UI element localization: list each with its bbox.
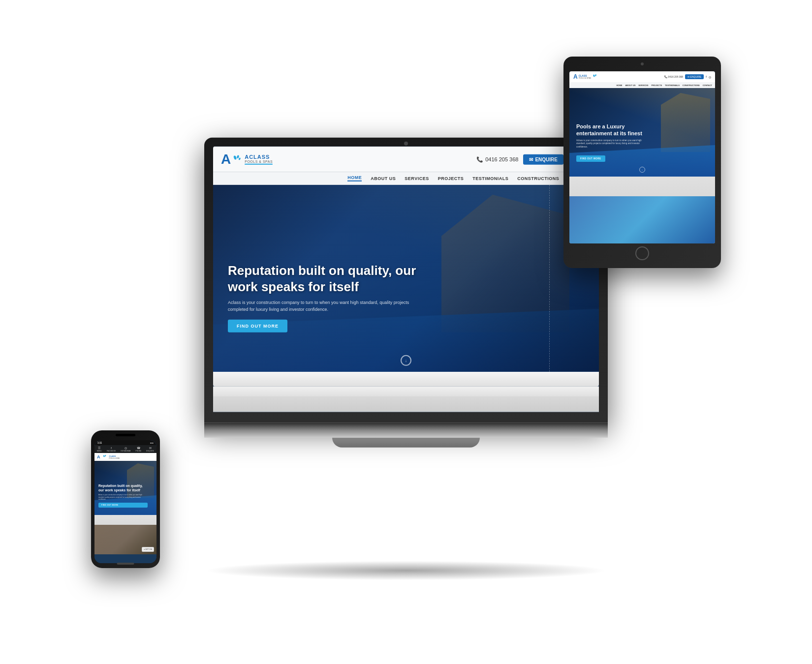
enquire-nav-label: ENQUIRE — [146, 450, 154, 452]
tablet-nav-constructions[interactable]: CONSTRUCTIONS — [683, 84, 700, 87]
tablet-nav: HOME ABOUT US SERVICES PROJECTS TESTIMON… — [569, 82, 715, 88]
phone-nav-phone[interactable]: ☎ PHONE — [135, 446, 141, 452]
scroll-icon: ↓ — [405, 358, 407, 363]
tablet-hero-subtitle: Aclass is your construction company to t… — [576, 139, 650, 149]
svg-point-0 — [233, 155, 237, 160]
phone-nav-icon: ☎ — [137, 446, 140, 450]
tablet-bezel: A CLASS POOLS & SPAS 📞 0416 205 3 — [563, 57, 721, 268]
nav-home[interactable]: HOME — [347, 175, 362, 181]
scroll-indicator[interactable]: ↓ — [401, 355, 411, 366]
tablet-nav-about[interactable]: ABOUT US — [625, 84, 635, 87]
phone-notch — [116, 434, 135, 436]
phone-device: 1:11 ●●● ☰ MENU f FACEBOOK — [91, 430, 160, 578]
nav-services[interactable]: SERVICES — [405, 176, 429, 181]
tablet-facebook[interactable]: f — [706, 75, 707, 78]
tablet-scroll-icon: ↓ — [642, 168, 643, 171]
site-logo: A ACLASS POOLS & SPAS — [221, 152, 273, 166]
phone-logo-drops — [102, 454, 107, 459]
phone-bottom: reCAPTCHA — [94, 515, 156, 554]
tablet-nav-projects[interactable]: PROJECTS — [652, 84, 662, 87]
phone-display: 📞 0416 205 368 — [476, 156, 518, 162]
menu-label: MENU — [97, 450, 102, 452]
monitor-stand-neck — [204, 423, 608, 438]
hero-title: Reputation built on quality, our work sp… — [228, 263, 425, 295]
tablet-phone: 📞 0416 205 368 — [664, 75, 683, 78]
instagram-nav-label: INSTAGRAM — [121, 450, 130, 452]
site-bottom-bar — [213, 387, 599, 412]
menu-icon: ☰ — [98, 446, 100, 450]
phone-text: 0416 205 368 — [485, 156, 518, 162]
phone-nav-instagram[interactable]: ◎ INSTAGRAM — [121, 446, 130, 452]
website-desktop: A ACLASS POOLS & SPAS — [213, 147, 599, 412]
enquire-label: ENQUIRE — [535, 156, 558, 162]
scene: A ACLASS POOLS & SPAS — [62, 37, 750, 627]
svg-point-3 — [593, 74, 595, 77]
tablet-nav-home[interactable]: HOME — [616, 84, 622, 87]
tablet-logo-drops — [592, 74, 598, 80]
phone-status-bar: 1:11 ●●● — [94, 440, 156, 445]
svg-point-5 — [103, 455, 105, 457]
desktop-monitor: A ACLASS POOLS & SPAS — [204, 138, 608, 512]
tablet-device: A CLASS POOLS & SPAS 📞 0416 205 3 — [563, 57, 721, 268]
tablet-logo-letter: A — [573, 73, 578, 80]
logo-drops-icon — [232, 154, 242, 164]
tablet-bottom — [569, 177, 715, 243]
phone-nav-label: PHONE — [135, 450, 141, 452]
tablet-hero-title: Pools are a Luxury entertainment at its … — [576, 123, 655, 137]
tablet-pool-photo — [569, 196, 715, 243]
site-header: A ACLASS POOLS & SPAS — [213, 147, 599, 172]
find-out-button[interactable]: FIND OUT MORE — [228, 320, 287, 332]
phone-nav-facebook[interactable]: f FACEBOOK — [107, 447, 116, 452]
enquire-icon: ✉ — [529, 156, 533, 162]
tablet-nav-testimonials[interactable]: TESTIMONIALS — [665, 84, 680, 87]
monitor-shadow — [204, 561, 608, 580]
facebook-nav-label: FACEBOOK — [107, 450, 116, 452]
phone-nav-menu[interactable]: ☰ MENU — [97, 446, 102, 452]
phone-find-out-btn[interactable]: FIND OUT MORE — [98, 503, 148, 508]
logo-class: ACLASS — [245, 153, 273, 159]
hero-section: Reputation built on quality, our work sp… — [213, 185, 599, 372]
phone-hero-title: Reputation built on quality, our work sp… — [98, 483, 148, 492]
hero-subtitle: Aclass is your construction company to t… — [228, 300, 415, 313]
svg-point-4 — [595, 74, 596, 77]
enquire-nav-icon: ✉ — [149, 446, 152, 450]
svg-point-2 — [238, 157, 241, 160]
tablet-scroll[interactable]: ↓ — [639, 167, 645, 173]
phone-hero: Reputation built on quality, our work sp… — [94, 461, 156, 515]
hero-content: Reputation built on quality, our work sp… — [228, 263, 425, 332]
phone-logo-letter: A — [97, 454, 100, 459]
tablet-building — [661, 93, 710, 152]
facebook-nav-icon: f — [111, 447, 112, 450]
monitor-screen: A ACLASS POOLS & SPAS — [213, 147, 599, 412]
svg-point-1 — [237, 155, 240, 159]
instagram-nav-icon: ◎ — [125, 446, 127, 450]
phone-nav-enquire[interactable]: ✉ ENQUIRE — [146, 446, 154, 452]
tablet-find-out-btn[interactable]: FIND OUT MORE — [576, 155, 605, 162]
website-phone: 1:11 ●●● ☰ MENU f FACEBOOK — [94, 440, 156, 563]
nav-projects[interactable]: PROJECTS — [438, 176, 464, 181]
phone-screen: 1:11 ●●● ☰ MENU f FACEBOOK — [94, 440, 156, 563]
tablet-header-right: 📞 0416 205 368 ✉ ENQUIRE f ◎ — [664, 74, 711, 79]
site-nav: HOME ABOUT US SERVICES PROJECTS TESTIMON… — [213, 172, 599, 185]
enquire-button[interactable]: ✉ ENQUIRE — [523, 154, 563, 164]
svg-point-6 — [104, 455, 106, 457]
nav-about[interactable]: ABOUT US — [371, 176, 396, 181]
nav-constructions[interactable]: CONSTRUCTIONS — [517, 176, 559, 181]
phone-header: A CLASS POOLS & SPAS — [94, 453, 156, 461]
phone-icon: 📞 — [476, 156, 483, 162]
tablet-enquire-btn[interactable]: ✉ ENQUIRE — [685, 74, 704, 79]
hero-divider — [549, 185, 550, 372]
tablet-instagram[interactable]: ◎ — [709, 75, 711, 79]
tablet-hero: Pools are a Luxury entertainment at its … — [569, 88, 715, 177]
phone-status-icons: ●●● — [150, 442, 154, 444]
tablet-nav-services[interactable]: SERVICES — [638, 84, 648, 87]
logo-sub: POOLS & SPAS — [245, 160, 273, 164]
logo-text: ACLASS POOLS & SPAS — [245, 153, 273, 165]
logo-letter: A — [221, 152, 231, 166]
phone-time: 1:11 — [97, 442, 102, 444]
phone-captcha: reCAPTCHA — [142, 547, 154, 552]
tablet-header: A CLASS POOLS & SPAS 📞 0416 205 3 — [569, 71, 715, 82]
nav-testimonials[interactable]: TESTIMONIALS — [472, 176, 508, 181]
monitor-stand-base — [332, 438, 480, 448]
tablet-nav-contact[interactable]: CONTACT — [703, 84, 712, 87]
